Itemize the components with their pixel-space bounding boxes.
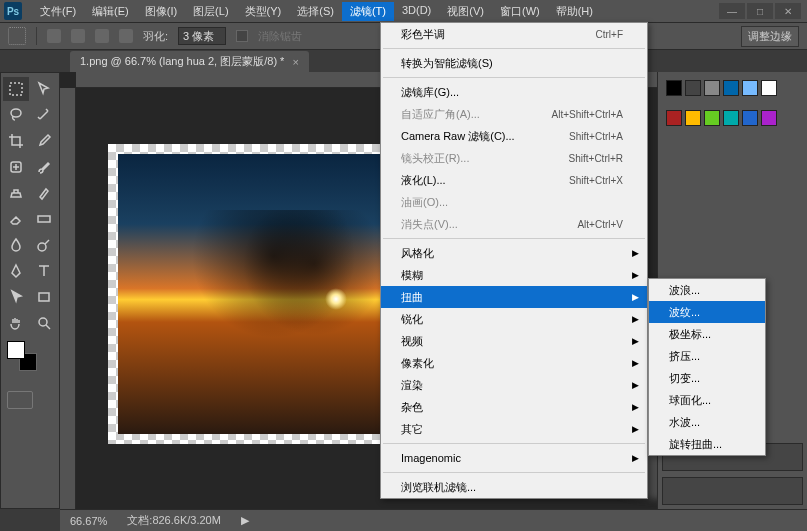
swatch[interactable] [723, 80, 739, 96]
swatch[interactable] [723, 110, 739, 126]
foreground-background-colors[interactable] [7, 341, 37, 371]
menu-item-8[interactable]: 视图(V) [439, 2, 492, 21]
menu-item-9[interactable]: 窗口(W) [492, 2, 548, 21]
submenu-item[interactable]: 挤压... [649, 345, 765, 367]
document-tab-title: 1.png @ 66.7% (lang hua 2, 图层蒙版/8) * [80, 54, 284, 69]
chevron-right-icon: ▶ [632, 358, 639, 368]
chevron-right-icon: ▶ [632, 402, 639, 412]
history-brush-tool[interactable] [31, 181, 57, 205]
submenu-item[interactable]: 球面化... [649, 389, 765, 411]
swatch[interactable] [761, 110, 777, 126]
menu-item[interactable]: Imagenomic▶ [381, 447, 647, 469]
menu-item[interactable]: 滤镜库(G)... [381, 81, 647, 103]
chevron-right-icon: ▶ [632, 380, 639, 390]
submenu-item[interactable]: 极坐标... [649, 323, 765, 345]
submenu-item[interactable]: 切变... [649, 367, 765, 389]
gradient-tool[interactable] [31, 207, 57, 231]
feather-input[interactable] [178, 27, 226, 45]
menu-item[interactable]: 浏览联机滤镜... [381, 476, 647, 498]
window-controls: — □ ✕ [719, 3, 807, 19]
menu-item-4[interactable]: 类型(Y) [237, 2, 290, 21]
magic-wand-tool[interactable] [31, 103, 57, 127]
swatches-panel-2 [662, 106, 803, 130]
move-tool[interactable] [31, 77, 57, 101]
dodge-tool[interactable] [31, 233, 57, 257]
menu-item[interactable]: 扭曲▶ [381, 286, 647, 308]
menu-item: 油画(O)... [381, 191, 647, 213]
swatch[interactable] [742, 80, 758, 96]
menu-item[interactable]: 转换为智能滤镜(S) [381, 52, 647, 74]
swatch[interactable] [761, 80, 777, 96]
menubar: Ps 文件(F)编辑(E)图像(I)图层(L)类型(Y)选择(S)滤镜(T)3D… [0, 0, 807, 22]
marquee-tool[interactable] [3, 77, 29, 101]
maximize-button[interactable]: □ [747, 3, 773, 19]
selection-add-icon[interactable] [71, 29, 85, 43]
menu-item-2[interactable]: 图像(I) [137, 2, 185, 21]
zoom-tool[interactable] [31, 311, 57, 335]
swatch[interactable] [704, 110, 720, 126]
blur-tool[interactable] [3, 233, 29, 257]
refine-edge-button[interactable]: 调整边缘 [741, 26, 799, 47]
menu-item[interactable]: 风格化▶ [381, 242, 647, 264]
menu-item[interactable]: 其它▶ [381, 418, 647, 440]
menu-item-0[interactable]: 文件(F) [32, 2, 84, 21]
swatch[interactable] [666, 80, 682, 96]
feather-label: 羽化: [143, 29, 168, 44]
close-button[interactable]: ✕ [775, 3, 801, 19]
menu-item[interactable]: 锐化▶ [381, 308, 647, 330]
quick-mask-toggle[interactable] [7, 391, 33, 409]
pen-tool[interactable] [3, 259, 29, 283]
menu-item[interactable]: 视频▶ [381, 330, 647, 352]
brush-tool[interactable] [31, 155, 57, 179]
swatch[interactable] [742, 110, 758, 126]
menu-item-5[interactable]: 选择(S) [289, 2, 342, 21]
type-tool[interactable] [31, 259, 57, 283]
swatch[interactable] [685, 80, 701, 96]
menu-item: 自适应广角(A)...Alt+Shift+Ctrl+A [381, 103, 647, 125]
menu-item-1[interactable]: 编辑(E) [84, 2, 137, 21]
hand-tool[interactable] [3, 311, 29, 335]
menu-item[interactable]: 彩色半调Ctrl+F [381, 23, 647, 45]
marquee-tool-preset[interactable] [8, 27, 26, 45]
minimize-button[interactable]: — [719, 3, 745, 19]
lasso-tool[interactable] [3, 103, 29, 127]
crop-tool[interactable] [3, 129, 29, 153]
menu-item[interactable]: 杂色▶ [381, 396, 647, 418]
menu-item-3[interactable]: 图层(L) [185, 2, 236, 21]
menu-item[interactable]: 渲染▶ [381, 374, 647, 396]
antialias-checkbox[interactable] [236, 30, 248, 42]
swatch[interactable] [666, 110, 682, 126]
rectangle-tool[interactable] [31, 285, 57, 309]
chevron-right-icon: ▶ [632, 270, 639, 280]
close-icon[interactable]: × [292, 56, 298, 68]
healing-brush-tool[interactable] [3, 155, 29, 179]
menu-item[interactable]: 像素化▶ [381, 352, 647, 374]
menu-item[interactable]: Camera Raw 滤镜(C)...Shift+Ctrl+A [381, 125, 647, 147]
ruler-vertical [60, 88, 76, 509]
selection-new-icon[interactable] [47, 29, 61, 43]
submenu-item[interactable]: 旋转扭曲... [649, 433, 765, 455]
layer-row[interactable] [662, 477, 803, 505]
menu-item-10[interactable]: 帮助(H) [548, 2, 601, 21]
submenu-item[interactable]: 波浪... [649, 279, 765, 301]
eyedropper-tool[interactable] [31, 129, 57, 153]
submenu-item[interactable]: 水波... [649, 411, 765, 433]
svg-rect-5 [39, 293, 49, 301]
menu-item-7[interactable]: 3D(D) [394, 2, 439, 21]
menu-item[interactable]: 模糊▶ [381, 264, 647, 286]
selection-subtract-icon[interactable] [95, 29, 109, 43]
document-tab[interactable]: 1.png @ 66.7% (lang hua 2, 图层蒙版/8) * × [70, 51, 309, 72]
menu-item[interactable]: 液化(L)...Shift+Ctrl+X [381, 169, 647, 191]
chevron-right-icon[interactable]: ▶ [241, 514, 249, 527]
swatch[interactable] [704, 80, 720, 96]
toolbox [0, 72, 60, 509]
menu-item-6[interactable]: 滤镜(T) [342, 2, 394, 21]
eraser-tool[interactable] [3, 207, 29, 231]
clone-stamp-tool[interactable] [3, 181, 29, 205]
submenu-item[interactable]: 波纹... [649, 301, 765, 323]
path-selection-tool[interactable] [3, 285, 29, 309]
swatch[interactable] [685, 110, 701, 126]
zoom-level[interactable]: 66.67% [70, 515, 107, 527]
chevron-right-icon: ▶ [632, 453, 639, 463]
selection-intersect-icon[interactable] [119, 29, 133, 43]
